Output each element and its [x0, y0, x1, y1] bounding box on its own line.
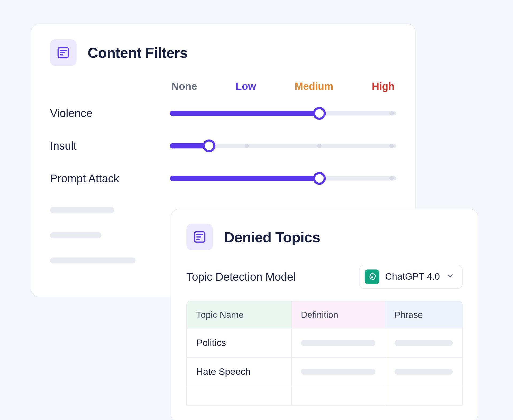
level-low: Low [236, 80, 256, 93]
slider-thumb[interactable] [313, 172, 326, 185]
topics-table: Topic Name Definition Phrase PoliticsHat… [186, 301, 463, 406]
slider-tick [245, 144, 249, 148]
slider-tick [317, 144, 321, 148]
col-definition: Definition [292, 301, 385, 328]
placeholder-line [50, 257, 135, 263]
chevron-down-icon [446, 272, 454, 282]
card-header: Denied Topics [186, 224, 463, 250]
topic-name-cell: Hate Speech [187, 358, 292, 386]
phrase-cell [385, 329, 462, 357]
model-row: Topic Detection Model ChatGPT 4.0 [186, 265, 463, 289]
col-topic-name: Topic Name [187, 301, 292, 328]
filter-slider[interactable] [170, 172, 396, 184]
filter-row: Prompt Attack [50, 167, 396, 190]
placeholder-line [394, 369, 453, 375]
level-high: High [372, 80, 394, 93]
phrase-cell [385, 358, 462, 386]
table-row[interactable]: Politics [187, 329, 462, 357]
filter-name: Violence [50, 107, 170, 120]
viewport: Content Filters None Low Medium High Vio… [0, 0, 513, 420]
placeholder-line [301, 369, 375, 375]
placeholder-line [394, 340, 453, 346]
model-name: ChatGPT 4.0 [385, 271, 440, 282]
placeholder-line [50, 207, 114, 213]
levels-row: None Low Medium High [50, 80, 396, 93]
denied-topics-card: Denied Topics Topic Detection Model Chat… [170, 209, 478, 420]
definition-cell [292, 358, 385, 386]
svg-point-8 [371, 276, 373, 278]
filter-row: Insult [50, 134, 396, 157]
model-select[interactable]: ChatGPT 4.0 [359, 265, 463, 289]
level-medium: Medium [294, 80, 333, 93]
filter-list-icon [186, 224, 213, 250]
filter-name: Insult [50, 139, 170, 153]
slider-tick [390, 144, 394, 148]
topic-name-cell: Politics [187, 329, 292, 357]
definition-cell [292, 329, 385, 357]
card-title: Denied Topics [224, 229, 320, 245]
level-none: None [172, 80, 197, 93]
filter-row: Violence [50, 102, 396, 125]
table-header: Topic Name Definition Phrase [187, 301, 462, 329]
filter-name: Prompt Attack [50, 172, 170, 185]
table-row [187, 386, 462, 405]
slider-tick [172, 176, 177, 181]
slider-thumb[interactable] [203, 140, 215, 152]
slider-tick [390, 176, 394, 180]
slider-tick [390, 111, 394, 115]
filter-slider[interactable] [170, 140, 396, 152]
model-label: Topic Detection Model [186, 270, 296, 283]
slider-tick [172, 111, 177, 116]
placeholder-line [301, 340, 375, 346]
table-row[interactable]: Hate Speech [187, 358, 462, 386]
filter-slider[interactable] [170, 107, 396, 120]
slider-thumb[interactable] [313, 107, 326, 120]
openai-icon [365, 269, 379, 284]
card-header: Content Filters [50, 39, 396, 66]
placeholder-line [50, 232, 101, 238]
card-title: Content Filters [88, 44, 188, 61]
slider-tick [172, 143, 177, 148]
filter-list-icon [50, 39, 76, 66]
col-phrase: Phrase [385, 301, 462, 328]
